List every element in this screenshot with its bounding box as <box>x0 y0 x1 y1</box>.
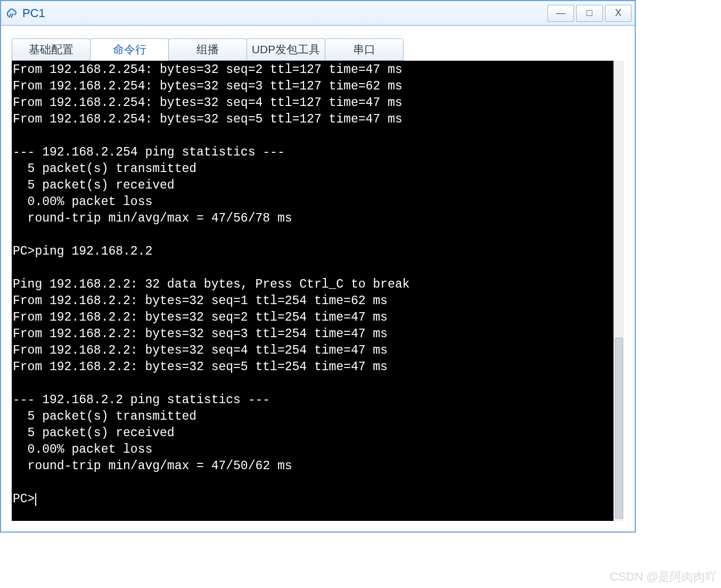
window-controls: — □ X <box>547 5 632 22</box>
scrollbar[interactable] <box>613 61 624 521</box>
tab-basic-config[interactable]: 基础配置 <box>12 38 91 61</box>
tab-multicast[interactable]: 组播 <box>168 38 247 61</box>
app-icon <box>4 6 19 21</box>
tab-label: 串口 <box>353 42 375 57</box>
tab-label: 命令行 <box>113 42 146 57</box>
terminal-cursor <box>35 493 36 506</box>
titlebar[interactable]: PC1 — □ X <box>1 1 635 26</box>
close-button[interactable]: X <box>605 5 632 22</box>
tab-serial[interactable]: 串口 <box>325 38 404 61</box>
minimize-button[interactable]: — <box>547 5 574 22</box>
tab-udp-tool[interactable]: UDP发包工具 <box>247 38 325 61</box>
terminal-container: From 192.168.2.254: bytes=32 seq=2 ttl=1… <box>12 61 624 521</box>
tab-label: 组播 <box>196 42 219 57</box>
maximize-button[interactable]: □ <box>576 5 603 22</box>
terminal-output[interactable]: From 192.168.2.254: bytes=32 seq=2 ttl=1… <box>12 61 613 521</box>
scrollbar-thumb[interactable] <box>615 338 623 519</box>
tab-command-line[interactable]: 命令行 <box>90 38 169 61</box>
watermark: CSDN @是阿肉肉吖 <box>610 569 717 585</box>
app-window: PC1 — □ X 基础配置 命令行 组播 UDP发包工具 串口 From 19… <box>0 0 636 533</box>
window-title: PC1 <box>22 6 547 20</box>
tab-label: UDP发包工具 <box>252 42 320 57</box>
tab-label: 基础配置 <box>29 42 73 57</box>
tab-bar: 基础配置 命令行 组播 UDP发包工具 串口 <box>1 26 635 61</box>
